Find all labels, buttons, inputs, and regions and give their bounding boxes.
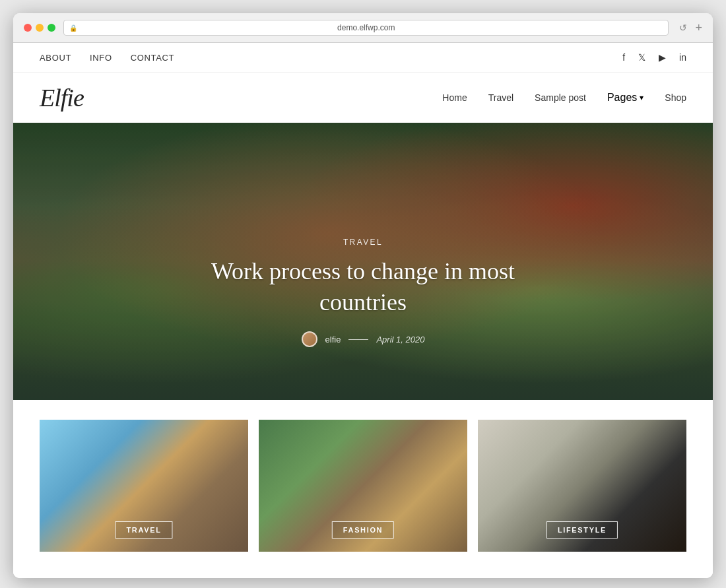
top-bar: ABOUT INFO CoNTACT f 𝕏 ▶ in	[13, 43, 713, 73]
main-navigation: Elfie Home Travel Sample post Pages Shop	[13, 73, 713, 123]
top-navigation: ABOUT INFO CoNTACT	[40, 53, 174, 63]
fashion-card-label: FASHION	[332, 521, 394, 539]
new-tab-button[interactable]: +	[695, 21, 702, 35]
maximize-button[interactable]	[48, 24, 55, 32]
hero-content: TRAVEL Work process to change in most co…	[165, 238, 561, 347]
hero-divider	[348, 339, 368, 340]
minimize-button[interactable]	[36, 24, 44, 32]
website-content: ABOUT INFO CoNTACT f 𝕏 ▶ in Elfie Home T…	[13, 43, 713, 578]
traffic-lights	[24, 24, 55, 32]
hero-author: elfie	[325, 335, 341, 344]
hero-date: April 1, 2020	[376, 335, 424, 344]
url-text: demo.elfwp.com	[337, 23, 395, 32]
browser-chrome: demo.elfwp.com ↺ +	[13, 13, 713, 43]
hero-category: TRAVEL	[165, 238, 561, 247]
menu-home[interactable]: Home	[442, 92, 467, 103]
menu-travel[interactable]: Travel	[488, 92, 513, 103]
hero-section: TRAVEL Work process to change in most co…	[13, 123, 713, 400]
lifestyle-label-container: LIFESTYLE	[546, 521, 618, 539]
menu-shop[interactable]: Shop	[665, 92, 686, 103]
close-button[interactable]	[24, 24, 32, 32]
reload-button[interactable]: ↺	[679, 22, 687, 33]
travel-label-container: TRAVEL	[115, 521, 172, 539]
nav-contact[interactable]: CoNTACT	[131, 53, 174, 63]
nav-info[interactable]: INFO	[90, 53, 112, 63]
facebook-icon[interactable]: f	[622, 52, 625, 63]
menu-sample-post[interactable]: Sample post	[535, 92, 586, 103]
main-menu: Home Travel Sample post Pages Shop	[442, 92, 686, 104]
address-bar[interactable]: demo.elfwp.com	[63, 20, 669, 36]
social-icons: f 𝕏 ▶ in	[622, 52, 686, 63]
hero-avatar	[302, 331, 317, 347]
lifestyle-card-label: LIFESTYLE	[546, 521, 618, 539]
twitter-icon[interactable]: 𝕏	[638, 52, 645, 63]
site-logo[interactable]: Elfie	[40, 83, 84, 112]
menu-pages-dropdown[interactable]: Pages	[607, 92, 644, 104]
category-card-fashion[interactable]: FASHION	[259, 420, 467, 552]
hero-meta: elfie April 1, 2020	[165, 331, 561, 347]
youtube-icon[interactable]: ▶	[659, 52, 666, 63]
travel-card-label: TRAVEL	[115, 521, 172, 539]
fashion-label-container: FASHION	[332, 521, 394, 539]
hero-title: Work process to change in most countries	[165, 256, 561, 318]
category-card-travel[interactable]: TRAVEL	[40, 420, 248, 552]
linkedin-icon[interactable]: in	[679, 52, 686, 63]
nav-about[interactable]: ABOUT	[40, 53, 71, 63]
category-grid: TRAVEL FASHION LIFESTYLE	[13, 400, 713, 578]
category-card-lifestyle[interactable]: LIFESTYLE	[478, 420, 686, 552]
browser-window: demo.elfwp.com ↺ + ABOUT INFO CoNTACT f …	[13, 13, 713, 578]
